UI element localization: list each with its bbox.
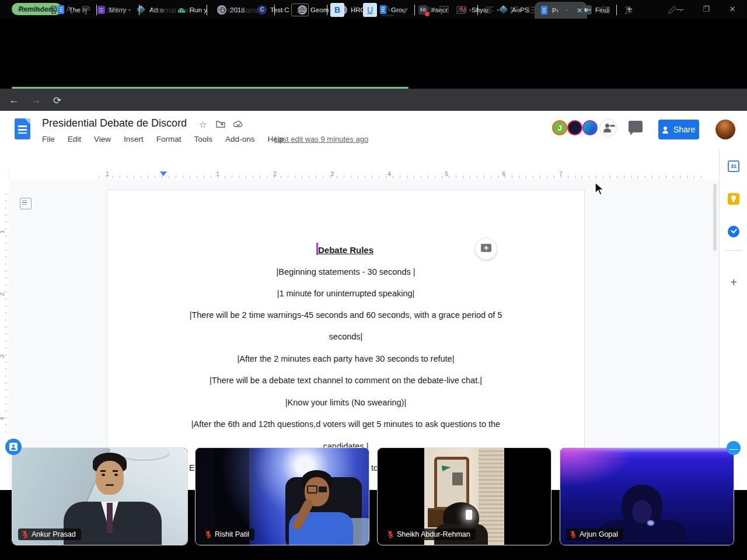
star-document-icon[interactable]: ☆ <box>199 120 207 130</box>
horizontal-ruler[interactable]: 1 1 2 3 4 5 6 7 <box>9 170 719 180</box>
window-close-button[interactable]: ✕ <box>724 5 741 13</box>
docs-profile-avatar[interactable] <box>715 120 735 139</box>
undo-button[interactable]: ↶ <box>14 3 28 17</box>
doc-line[interactable]: seconds| <box>107 332 584 341</box>
menu-view[interactable]: View <box>94 135 111 144</box>
reload-button[interactable]: ⟳ <box>50 93 64 107</box>
insert-comment-button[interactable] <box>437 3 452 17</box>
font-size-input[interactable]: 12 <box>291 4 309 16</box>
keep-icon[interactable] <box>728 193 739 205</box>
menu-file[interactable]: File <box>42 135 55 144</box>
menu-tools[interactable]: Tools <box>194 135 213 144</box>
line-spacing-button[interactable] <box>507 3 522 17</box>
participant-name-label: Rishit Patil <box>201 528 254 540</box>
paint-format-button[interactable] <box>79 3 93 17</box>
mouse-cursor <box>594 182 607 198</box>
bold-button[interactable]: B <box>330 3 344 17</box>
document-page[interactable]: Debate Rules |Beginning statements - 30 … <box>107 190 585 490</box>
vertical-ruler[interactable]: 1 2 3 4 <box>0 170 9 443</box>
participant-name-label: Sheikh Abdur-Rehman <box>383 528 476 540</box>
video-tile-rishit[interactable]: Rishit Patil <box>195 447 369 545</box>
share-button[interactable]: Share <box>658 120 699 139</box>
menu-insert[interactable]: Insert <box>124 135 144 144</box>
numbered-list-button[interactable]: ▾ <box>525 3 545 17</box>
menu-edit[interactable]: Edit <box>68 135 81 144</box>
editing-mode-button[interactable]: ▾ <box>665 3 685 17</box>
doc-line[interactable]: Debate Rules <box>107 245 584 255</box>
italic-button[interactable]: I <box>347 3 361 17</box>
document-title[interactable]: Presidential Debate de Discord <box>42 117 187 130</box>
doc-line[interactable]: |There will be a debate text channel to … <box>107 376 584 385</box>
increase-indent-button[interactable] <box>598 3 613 17</box>
calendar-icon[interactable]: 31 <box>728 160 739 172</box>
video-tile-arjun[interactable]: Arjun Gopal <box>560 447 734 545</box>
video-tile-sheikh[interactable]: Sheikh Abdur-Rehman <box>377 447 551 545</box>
collaborator-caret <box>316 243 318 255</box>
collaborator-avatar[interactable] <box>582 120 598 135</box>
tasks-icon[interactable] <box>728 226 739 237</box>
highlight-color-button[interactable] <box>398 3 412 17</box>
add-comment-button[interactable] <box>476 239 497 260</box>
docs-toolbar <box>0 150 719 171</box>
get-addons-button[interactable]: + <box>728 276 739 288</box>
share-person-icon <box>662 127 669 133</box>
scrollbar-thumb[interactable] <box>713 184 717 251</box>
underline-button[interactable]: U <box>363 3 377 17</box>
text-color-button[interactable]: A <box>381 4 395 16</box>
collaborator-avatar[interactable] <box>567 120 582 135</box>
move-folder-icon[interactable] <box>216 120 225 130</box>
zoom-select[interactable]: 100%▾ <box>103 3 134 17</box>
menu-addons[interactable]: Add-ons <box>225 135 254 144</box>
forward-button[interactable]: → <box>29 93 43 107</box>
join-call-button[interactable] <box>599 119 617 136</box>
shared-screen: Reminders The N Merry Art o Run y 2018 C… <box>0 0 747 560</box>
back-button[interactable]: ← <box>7 93 21 107</box>
menu-format[interactable]: Format <box>156 135 181 144</box>
docs-menubar: File Edit View Insert Format Tools Add-o… <box>42 135 284 144</box>
mic-muted-icon <box>387 530 394 538</box>
doc-line[interactable]: |1 minute for uninterrupted speaking| <box>107 289 584 298</box>
open-comments-icon[interactable] <box>629 121 643 132</box>
print-button[interactable] <box>47 3 61 17</box>
paragraph-style-select[interactable]: Normal text▾ <box>145 3 203 17</box>
spellcheck-button[interactable] <box>63 3 77 17</box>
browser-navbar: ← → ⟳ docs.google.com/document/d/1PzOxpw… <box>0 89 747 111</box>
minimize-videos-button[interactable]: — <box>727 441 741 455</box>
participant-name-label: Arjun Gopal <box>566 528 623 540</box>
participant-name-label: Ankur Prasad <box>18 528 81 540</box>
docs-logo-icon[interactable] <box>15 118 30 139</box>
mic-muted-icon <box>570 530 577 538</box>
last-edit-link[interactable]: Last edit was 9 minutes ago <box>274 135 368 144</box>
document-outline-icon[interactable] <box>20 198 32 209</box>
collaborator-avatar[interactable]: J <box>552 120 567 135</box>
google-side-panel: 31 + <box>719 150 747 490</box>
person-icon <box>9 443 18 451</box>
decrease-indent-button[interactable] <box>579 3 594 17</box>
decrease-font-button[interactable]: − <box>278 3 289 17</box>
doc-line[interactable]: |Beginning statements - 30 seconds | <box>107 267 584 276</box>
divider <box>725 250 742 251</box>
align-button[interactable]: ▾ <box>482 3 502 17</box>
insert-image-button[interactable]: ▾ <box>454 3 474 17</box>
mic-muted-icon <box>22 530 29 538</box>
bulleted-list-button[interactable]: ▾ <box>551 3 571 17</box>
doc-line[interactable]: |After the 2 minutes each party have 30 … <box>107 354 584 363</box>
hide-menus-button[interactable]: ⌃ <box>698 3 712 17</box>
doc-line[interactable]: |There will be 2 time warnings-45 second… <box>107 310 584 320</box>
self-view-button[interactable] <box>5 439 22 455</box>
mic-muted-icon <box>205 530 212 538</box>
indent-marker[interactable] <box>160 172 167 180</box>
increase-font-button[interactable]: + <box>313 3 324 17</box>
document-canvas: Debate Rules |Beginning statements - 30 … <box>9 180 719 490</box>
cloud-saved-icon[interactable] <box>233 120 243 130</box>
redo-button[interactable]: ↷ <box>30 3 44 17</box>
doc-line[interactable]: |After the 6th and 12th questions,d vote… <box>107 419 584 429</box>
clear-formatting-button[interactable] <box>620 3 635 17</box>
insert-link-button[interactable] <box>419 3 434 17</box>
video-tile-ankur[interactable]: Ankur Prasad <box>12 447 188 545</box>
doc-line[interactable]: |Know your limits (No swearing)| <box>107 398 584 407</box>
font-select[interactable]: Droid Sans▾ <box>212 3 271 17</box>
